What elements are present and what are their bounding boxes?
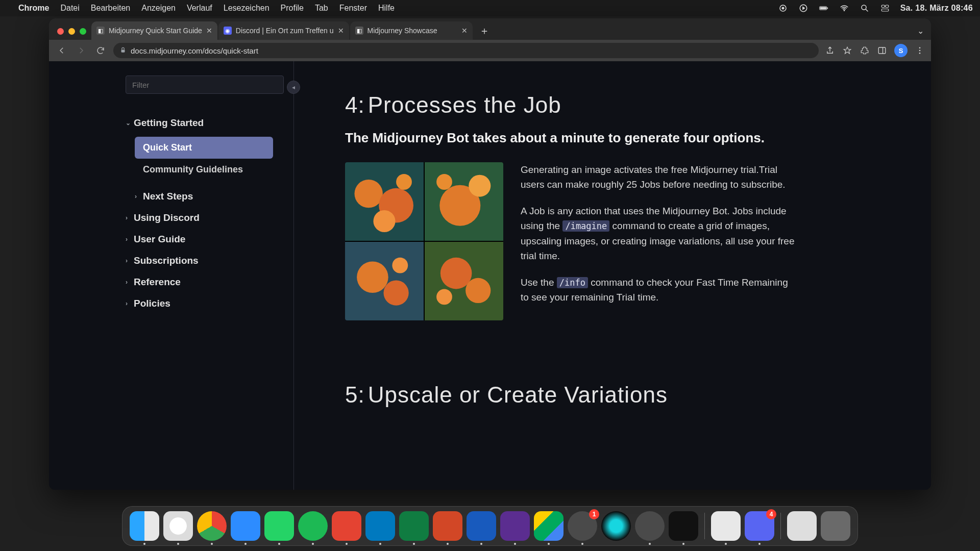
dock-discord[interactable]: 4 bbox=[745, 511, 774, 541]
svg-rect-10 bbox=[885, 5, 888, 8]
menu-bearbeiten[interactable]: Bearbeiten bbox=[91, 4, 130, 13]
extensions-icon[interactable] bbox=[860, 45, 870, 56]
menu-verlauf[interactable]: Verlauf bbox=[187, 4, 212, 13]
menu-profile[interactable]: Profile bbox=[281, 4, 304, 13]
svg-point-1 bbox=[781, 7, 784, 10]
dock-trello[interactable] bbox=[365, 511, 395, 541]
dock-word[interactable] bbox=[467, 511, 496, 541]
dock-finder[interactable] bbox=[130, 511, 159, 541]
svg-point-29 bbox=[383, 280, 408, 305]
sidebar-filter-input[interactable] bbox=[126, 76, 284, 94]
svg-point-26 bbox=[436, 174, 452, 190]
sidebar-collapse-button[interactable]: ◂ bbox=[287, 81, 300, 94]
bookmark-icon[interactable] bbox=[842, 45, 852, 56]
section-label: Policies bbox=[134, 298, 170, 309]
sidebar-section-user-guide[interactable]: ›User Guide bbox=[126, 229, 273, 250]
sidebar-section-using-discord[interactable]: ›Using Discord bbox=[126, 207, 273, 229]
dock-preview[interactable] bbox=[711, 511, 741, 541]
dock-whatsapp[interactable] bbox=[264, 511, 294, 541]
record-icon[interactable] bbox=[778, 3, 788, 13]
step5-heading: 5:Upscale or Create Variations bbox=[345, 382, 880, 408]
profile-avatar[interactable]: S bbox=[894, 44, 908, 57]
dock-zoom[interactable] bbox=[231, 511, 260, 541]
window-close-button[interactable] bbox=[57, 28, 64, 35]
chrome-window: ◧ Midjourney Quick Start Guide ✕ ◉ Disco… bbox=[49, 18, 931, 490]
svg-rect-12 bbox=[121, 49, 125, 52]
sidebar-section-getting-started[interactable]: ⌄Getting Started bbox=[126, 112, 273, 134]
dock-quicktime[interactable] bbox=[635, 511, 665, 541]
dock-chrome[interactable] bbox=[197, 511, 227, 541]
tab-midjourney-showcase[interactable]: ◧ Midjourney Showcase ✕ bbox=[350, 21, 473, 40]
forward-button[interactable] bbox=[75, 44, 88, 57]
svg-line-8 bbox=[866, 9, 868, 11]
sidebar-section-subscriptions[interactable]: ›Subscriptions bbox=[126, 250, 273, 271]
svg-point-7 bbox=[862, 5, 866, 10]
svg-point-6 bbox=[844, 10, 845, 11]
spotlight-icon[interactable] bbox=[860, 3, 870, 13]
dock-siri[interactable] bbox=[601, 511, 631, 541]
menu-hilfe[interactable]: Hilfe bbox=[378, 4, 395, 13]
doc-sidebar: ◂ ⌄Getting Started Quick Start Community… bbox=[49, 61, 294, 490]
sidebar-section-reference[interactable]: ›Reference bbox=[126, 271, 273, 293]
para-info: Use the /info command to check your Fast… bbox=[521, 275, 796, 305]
dock-excel[interactable] bbox=[399, 511, 429, 541]
tab-title: Midjourney Quick Start Guide bbox=[109, 27, 202, 35]
tab-midjourney-quickstart[interactable]: ◧ Midjourney Quick Start Guide ✕ bbox=[91, 21, 217, 40]
sidebar-item-quick-start[interactable]: Quick Start bbox=[135, 137, 273, 159]
tab-overflow-icon[interactable]: ⌄ bbox=[917, 26, 924, 36]
playback-icon[interactable] bbox=[798, 3, 808, 13]
doc-page: ◂ ⌄Getting Started Quick Start Community… bbox=[49, 61, 931, 490]
svg-point-28 bbox=[357, 262, 388, 293]
control-center-icon[interactable] bbox=[880, 3, 890, 13]
dock-downloads[interactable] bbox=[787, 511, 817, 541]
dock-powerpoint[interactable] bbox=[433, 511, 462, 541]
svg-point-33 bbox=[465, 278, 491, 303]
window-minimize-button[interactable] bbox=[68, 28, 75, 35]
menu-anzeigen[interactable]: Anzeigen bbox=[141, 4, 176, 13]
address-bar[interactable]: docs.midjourney.com/docs/quick-start bbox=[113, 43, 819, 58]
menu-tab[interactable]: Tab bbox=[315, 4, 328, 13]
sidebar-section-next-steps[interactable]: ›Next Steps bbox=[135, 186, 273, 207]
sidebar-section-policies[interactable]: ›Policies bbox=[126, 293, 273, 314]
svg-rect-9 bbox=[881, 5, 885, 8]
dock-safari[interactable] bbox=[163, 511, 193, 541]
reload-button[interactable] bbox=[94, 44, 107, 57]
wifi-icon[interactable] bbox=[839, 3, 849, 13]
new-tab-button[interactable]: ＋ bbox=[477, 23, 492, 38]
svg-point-15 bbox=[919, 47, 921, 48]
dock-voicememo[interactable] bbox=[669, 511, 698, 541]
sidepanel-icon[interactable] bbox=[877, 45, 887, 56]
dock-settings[interactable]: 1 bbox=[568, 511, 597, 541]
menu-fenster[interactable]: Fenster bbox=[339, 4, 367, 13]
menubar-app-name[interactable]: Chrome bbox=[18, 4, 49, 13]
dock-imovie[interactable] bbox=[500, 511, 530, 541]
window-zoom-button[interactable] bbox=[80, 28, 86, 35]
badge: 4 bbox=[766, 509, 776, 519]
section-label: Subscriptions bbox=[134, 255, 199, 266]
tab-discord[interactable]: ◉ Discord | Ein Ort zum Treffen u ✕ bbox=[218, 21, 349, 40]
battery-icon[interactable] bbox=[819, 3, 829, 13]
dock-spotify[interactable] bbox=[298, 511, 328, 541]
section-label: Reference bbox=[134, 277, 181, 288]
tab-close-icon[interactable]: ✕ bbox=[338, 27, 344, 35]
para-trial: Generating an image activates the free M… bbox=[521, 162, 796, 192]
svg-point-32 bbox=[440, 258, 472, 289]
dock-separator bbox=[780, 513, 781, 539]
badge: 1 bbox=[589, 509, 599, 519]
tab-close-icon[interactable]: ✕ bbox=[461, 27, 468, 35]
tab-close-icon[interactable]: ✕ bbox=[206, 27, 212, 35]
menu-datei[interactable]: Datei bbox=[60, 4, 79, 13]
share-icon[interactable] bbox=[825, 45, 835, 56]
menubar-clock[interactable]: Sa. 18. März 08:46 bbox=[900, 4, 973, 13]
section-label: Getting Started bbox=[134, 117, 204, 129]
doc-content: 4:Processes the Job The Midjourney Bot t… bbox=[294, 61, 931, 490]
dock-drive[interactable] bbox=[534, 511, 564, 541]
back-button[interactable] bbox=[55, 44, 68, 57]
dock-todoist[interactable] bbox=[332, 511, 361, 541]
macos-menubar: Chrome Datei Bearbeiten Anzeigen Verlauf… bbox=[0, 0, 980, 16]
menu-lesezeichen[interactable]: Lesezeichen bbox=[224, 4, 270, 13]
svg-point-21 bbox=[373, 210, 395, 232]
dock-trash[interactable] bbox=[821, 511, 850, 541]
kebab-menu-icon[interactable] bbox=[915, 45, 925, 56]
sidebar-item-community-guidelines[interactable]: Community Guidelines bbox=[135, 159, 273, 181]
